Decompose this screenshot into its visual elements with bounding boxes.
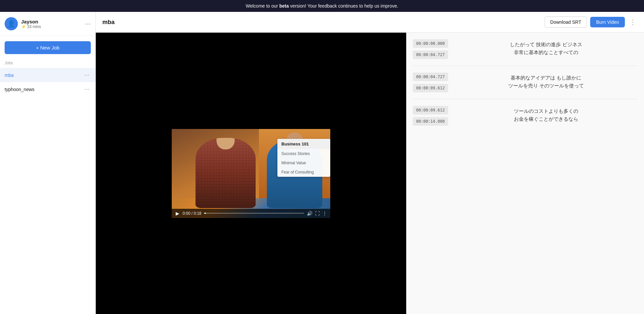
subtitle-divider-0 bbox=[413, 66, 637, 66]
fullscreen-button[interactable]: ⛶ bbox=[315, 211, 320, 216]
jobs-section-label: Jobs bbox=[0, 59, 95, 68]
subtitle-times-0: 00:00:00.000 00:00:04.727 bbox=[413, 39, 448, 59]
job-item-name-mba: mba bbox=[5, 73, 83, 78]
start-time-badge-1[interactable]: 00:00:04.727 bbox=[413, 73, 448, 81]
content-title: mba bbox=[102, 19, 545, 26]
burn-video-button[interactable]: Burn Video bbox=[590, 17, 625, 27]
user-icon: 👤 bbox=[7, 20, 16, 28]
video-subtitles-area: Business 101 Success Stories Minimal Val… bbox=[96, 33, 644, 314]
end-time-badge-1[interactable]: 00:00:09.612 bbox=[413, 84, 448, 92]
overlay-menu-item-2[interactable]: Fear of Consulting bbox=[277, 168, 330, 177]
start-time-badge-2[interactable]: 00:00:09.612 bbox=[413, 106, 448, 114]
user-info: Jayson ⚡ 33 mins bbox=[21, 19, 91, 29]
subtitle-entry-0: 00:00:00.000 00:00:04.727 したがって 技術の進歩 ビジ… bbox=[413, 39, 637, 59]
main-layout: 👤 Jayson ⚡ 33 mins ⋯ + New Job Jobs mba … bbox=[0, 12, 644, 314]
subtitle-text-1[interactable]: 基本的なアイデアは もし誰かにツールを売り そのツールを使って bbox=[455, 73, 637, 90]
end-time-badge-0[interactable]: 00:00:04.727 bbox=[413, 50, 448, 59]
video-container: Business 101 Success Stories Minimal Val… bbox=[172, 129, 330, 218]
progress-fill bbox=[204, 213, 206, 214]
subtitle-divider-1 bbox=[413, 99, 637, 99]
video-controls: ▶ 0:00 / 0:18 🔊 ⛶ ⋮ bbox=[172, 209, 330, 218]
header-more-button[interactable]: ⋮ bbox=[628, 17, 637, 27]
avatar: 👤 bbox=[5, 17, 18, 30]
time-display: 0:00 / 0:18 bbox=[183, 211, 201, 216]
content-header: mba Download SRT Burn Video ⋮ bbox=[96, 12, 644, 33]
subtitle-times-1: 00:00:04.727 00:00:09.612 bbox=[413, 73, 448, 92]
job-item-mba[interactable]: mba ⋯ bbox=[0, 68, 95, 82]
start-time-badge-0[interactable]: 00:00:00.000 bbox=[413, 39, 448, 48]
job-item-menu-mba[interactable]: ⋯ bbox=[83, 71, 91, 79]
content-area: mba Download SRT Burn Video ⋮ bbox=[96, 12, 644, 314]
download-srt-button[interactable]: Download SRT bbox=[545, 16, 587, 28]
lightning-icon: ⚡ bbox=[21, 24, 26, 29]
subtitle-text-2[interactable]: ツールのコストよりも多くのお金を稼ぐことができるなら bbox=[455, 106, 637, 123]
subtitle-entry-1: 00:00:04.727 00:00:09.612 基本的なアイデアは もし誰か… bbox=[413, 73, 637, 92]
overlay-menu-title: Business 101 bbox=[277, 139, 330, 149]
subtitle-text-0[interactable]: したがって 技術の進歩 ビジネス非常に基本的なことすべての bbox=[455, 39, 637, 56]
end-time-badge-2[interactable]: 00:00:14.000 bbox=[413, 117, 448, 126]
overlay-menu-item-0[interactable]: Success Stories bbox=[277, 149, 330, 158]
job-item-menu-typhoon-news[interactable]: ⋯ bbox=[83, 85, 91, 93]
play-button[interactable]: ▶ bbox=[175, 210, 180, 217]
progress-bar[interactable] bbox=[204, 213, 304, 214]
user-credits: ⚡ 33 mins bbox=[21, 24, 91, 29]
video-overlay-menu: Business 101 Success Stories Minimal Val… bbox=[277, 139, 330, 177]
user-name: Jayson bbox=[21, 19, 91, 24]
video-section: Business 101 Success Stories Minimal Val… bbox=[96, 33, 406, 314]
job-item-name-typhoon-news: typhoon_news bbox=[5, 87, 83, 92]
new-job-button[interactable]: + New Job bbox=[5, 41, 91, 54]
banner-text: Welcome to our beta version! Your feedba… bbox=[246, 3, 398, 9]
overlay-menu-item-1[interactable]: Minimal Value bbox=[277, 158, 330, 168]
user-menu-button[interactable]: ⋯ bbox=[85, 20, 91, 27]
subtitles-panel: 00:00:00.000 00:00:04.727 したがって 技術の進歩 ビジ… bbox=[406, 33, 644, 314]
user-profile: 👤 Jayson ⚡ 33 mins ⋯ bbox=[0, 12, 95, 36]
video-more-button[interactable]: ⋮ bbox=[322, 211, 327, 216]
job-item-typhoon-news[interactable]: typhoon_news ⋯ bbox=[0, 82, 95, 96]
subtitle-entry-2: 00:00:09.612 00:00:14.000 ツールのコストよりも多くのお… bbox=[413, 106, 637, 126]
top-banner: Welcome to our beta version! Your feedba… bbox=[0, 0, 644, 12]
volume-button[interactable]: 🔊 bbox=[307, 211, 312, 216]
subtitle-times-2: 00:00:09.612 00:00:14.000 bbox=[413, 106, 448, 126]
sidebar: 👤 Jayson ⚡ 33 mins ⋯ + New Job Jobs mba … bbox=[0, 12, 96, 314]
header-actions: Download SRT Burn Video ⋮ bbox=[545, 16, 637, 28]
